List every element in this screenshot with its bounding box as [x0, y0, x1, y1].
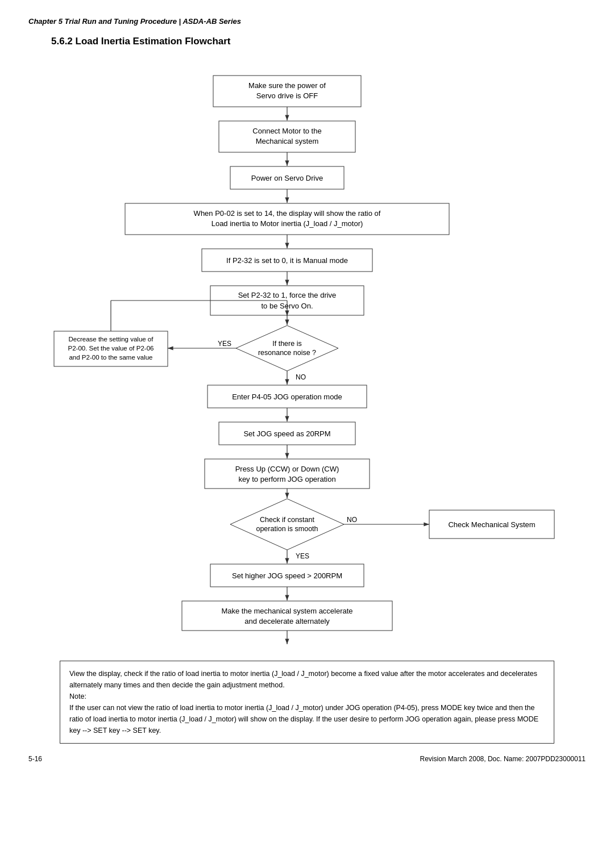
svg-text:YES: YES: [218, 340, 231, 348]
page-number: 5-16: [28, 755, 42, 763]
note-box: View the display, check if the ratio of …: [60, 661, 554, 744]
svg-text:Set higher JOG speed > 200RPM: Set higher JOG speed > 200RPM: [232, 571, 342, 580]
svg-text:If P2-32 is set to 0, it is Ma: If P2-32 is set to 0, it is Manual mode: [226, 256, 348, 265]
svg-text:Power on Servo Drive: Power on Servo Drive: [251, 174, 323, 182]
svg-text:NO: NO: [347, 516, 357, 524]
svg-rect-59: [182, 601, 392, 631]
svg-text:and P2-00 to the same value: and P2-00 to the same value: [69, 354, 152, 361]
svg-rect-43: [205, 459, 370, 489]
svg-text:Mechanical system: Mechanical system: [256, 137, 319, 145]
svg-text:operation is smooth: operation is smooth: [256, 525, 318, 533]
chapter-header: Chapter 5 Trial Run and Tuning Procedure…: [28, 17, 586, 26]
svg-text:Check Mechanical System: Check Mechanical System: [448, 520, 535, 529]
svg-text:Make sure the power of: Make sure the power of: [248, 81, 326, 90]
page-footer: 5-16 Revision March 2008, Doc. Name: 200…: [28, 755, 586, 763]
svg-text:Set JOG speed as 20RPM: Set JOG speed as 20RPM: [243, 429, 330, 438]
svg-text:NO: NO: [296, 373, 306, 381]
svg-text:YES: YES: [296, 552, 309, 560]
svg-text:Connect Motor to the: Connect Motor to the: [252, 127, 321, 135]
svg-marker-47: [230, 499, 344, 550]
revision-info: Revision March 2008, Doc. Name: 2007PDD2…: [420, 755, 586, 763]
svg-text:Enter P4-05 JOG operation mode: Enter P4-05 JOG operation mode: [232, 393, 342, 401]
note-text2: If the user can not view the ratio of lo…: [69, 704, 538, 735]
svg-marker-23: [236, 326, 338, 371]
svg-text:When P0-02 is set to 14, the d: When P0-02 is set to 14, the display wil…: [194, 209, 381, 218]
note-text1: View the display, check if the ratio of …: [69, 670, 537, 689]
flowchart-diagram: Make sure the power of Servo drive is OF…: [37, 64, 577, 678]
svg-text:Load inertia to Motor inertia : Load inertia to Motor inertia (J_load / …: [211, 219, 363, 228]
svg-text:Press Up (CCW) or Down (CW): Press Up (CCW) or Down (CW): [235, 465, 339, 473]
svg-text:key to perform JOG operation: key to perform JOG operation: [238, 475, 335, 483]
svg-text:Decrease the setting value of: Decrease the setting value of: [69, 336, 154, 343]
note-label: Note:: [69, 692, 86, 700]
svg-text:Set P2-32 to 1, force the driv: Set P2-32 to 1, force the drive: [238, 291, 337, 299]
section-title: 5.6.2 Load Inertia Estimation Flowchart: [51, 36, 586, 47]
svg-text:Make the mechanical system acc: Make the mechanical system accelerate: [221, 607, 352, 615]
svg-text:Servo drive is OFF: Servo drive is OFF: [256, 91, 318, 100]
svg-text:and decelerate alternately: and decelerate alternately: [244, 617, 330, 625]
svg-text:If there is: If there is: [272, 340, 301, 348]
svg-text:resonance noise ?: resonance noise ?: [258, 349, 316, 357]
svg-text:P2-00. Set the value of P2-06: P2-00. Set the value of P2-06: [68, 345, 154, 352]
svg-text:Check if constant: Check if constant: [260, 516, 314, 524]
